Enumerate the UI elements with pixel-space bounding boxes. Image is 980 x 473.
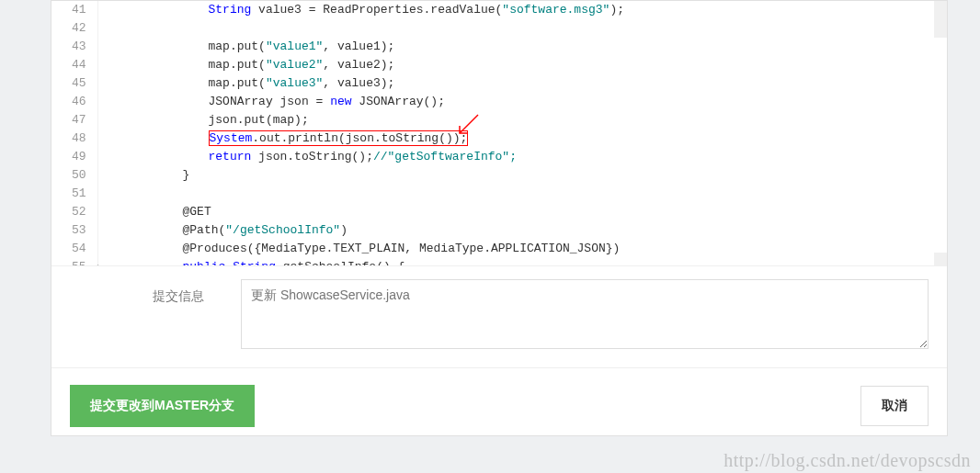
line-number: 51 xyxy=(51,185,97,203)
code-line: 44map.put("value2", value2); xyxy=(51,56,947,74)
code-content[interactable]: System.out.println(json.toString()); xyxy=(97,130,947,148)
line-number: 46 xyxy=(51,93,97,111)
line-number: 44 xyxy=(51,56,97,74)
code-line: 46JSONArray json = new JSONArray(); xyxy=(51,93,947,111)
code-line: 42 xyxy=(51,19,947,38)
code-line: 51 xyxy=(51,185,947,203)
line-number: 54 xyxy=(51,240,97,258)
scrollbar-end[interactable] xyxy=(934,253,947,265)
code-editor[interactable]: 41String value3 = ReadProperties.readVal… xyxy=(51,1,947,266)
line-number: 47 xyxy=(51,111,97,130)
code-line: 48System.out.println(json.toString()); xyxy=(51,130,947,148)
line-number: 55 xyxy=(51,258,97,266)
line-number: 42 xyxy=(51,19,97,38)
code-content[interactable]: @Path("/getSchoolInfo") xyxy=(97,221,947,240)
code-line: 45map.put("value3", value3); xyxy=(51,74,947,93)
line-number: 50 xyxy=(51,166,97,185)
commit-message-label: 提交信息 xyxy=(153,279,226,305)
line-number: 41 xyxy=(51,1,97,19)
code-content[interactable] xyxy=(97,19,947,38)
line-number: 48 xyxy=(51,130,97,148)
code-content[interactable]: json.put(map); xyxy=(97,111,947,130)
code-line: 49return json.toString();//"getSoftwareI… xyxy=(51,148,947,166)
cancel-button[interactable]: 取消 xyxy=(860,386,929,426)
code-content[interactable] xyxy=(97,185,947,203)
code-content[interactable]: map.put("value3", value3); xyxy=(97,74,947,93)
watermark-text: http://blog.csdn.net/devopscsdn xyxy=(724,450,971,471)
line-number: 43 xyxy=(51,38,97,56)
code-line: 53@Path("/getSchoolInfo") xyxy=(51,221,947,240)
code-content[interactable]: return json.toString();//"getSoftwareInf… xyxy=(97,148,947,166)
line-number: 53 xyxy=(51,221,97,240)
code-content[interactable]: JSONArray json = new JSONArray(); xyxy=(97,93,947,111)
action-bar: 提交更改到MASTER分支 取消 xyxy=(51,367,947,444)
submit-button[interactable]: 提交更改到MASTER分支 xyxy=(70,385,255,427)
code-line: 47json.put(map); xyxy=(51,111,947,130)
code-content[interactable]: map.put("value1", value1); xyxy=(97,38,947,56)
code-content[interactable]: ▸public String getSchoolInfo() { xyxy=(97,258,947,266)
code-line: 41String value3 = ReadProperties.readVal… xyxy=(51,1,947,19)
code-line: 52@GET xyxy=(51,203,947,221)
scrollbar-thumb[interactable] xyxy=(934,1,947,38)
line-number: 49 xyxy=(51,148,97,166)
code-table: 41String value3 = ReadProperties.readVal… xyxy=(51,1,947,266)
line-number: 52 xyxy=(51,203,97,221)
line-number: 45 xyxy=(51,74,97,93)
code-content[interactable]: @Produces({MediaType.TEXT_PLAIN, MediaTy… xyxy=(97,240,947,258)
code-line: 50} xyxy=(51,166,947,185)
code-line: 55▸public String getSchoolInfo() { xyxy=(51,258,947,266)
code-content[interactable]: String value3 = ReadProperties.readValue… xyxy=(97,1,947,19)
code-content[interactable]: } xyxy=(97,166,947,185)
code-line: 54@Produces({MediaType.TEXT_PLAIN, Media… xyxy=(51,240,947,258)
editor-panel: 41String value3 = ReadProperties.readVal… xyxy=(51,0,948,436)
code-line: 43map.put("value1", value1); xyxy=(51,38,947,56)
commit-message-row: 提交信息 xyxy=(51,266,947,367)
highlighted-code: System.out.println(json.toString()); xyxy=(209,130,469,146)
commit-message-input[interactable] xyxy=(241,279,929,349)
code-content[interactable]: map.put("value2", value2); xyxy=(97,56,947,74)
code-content[interactable]: @GET xyxy=(97,203,947,221)
fold-icon[interactable]: ▸ xyxy=(97,258,104,266)
